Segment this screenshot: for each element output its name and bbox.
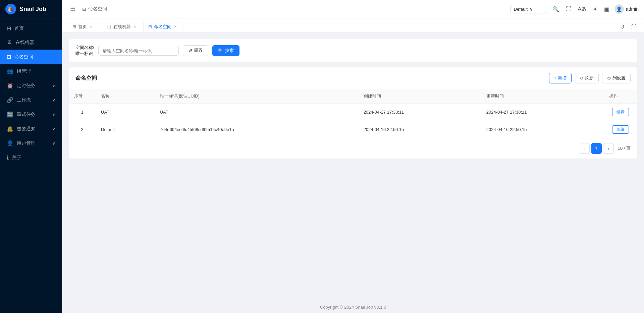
sidebar-item-label: 关于 (12, 155, 55, 161)
tabs-fullscreen-button[interactable]: ⛶ (629, 23, 639, 31)
refresh-label: 刷新 (585, 75, 594, 81)
settings-label: 列设置 (612, 75, 626, 81)
tabs-refresh-button[interactable]: ↺ (618, 23, 627, 31)
sidebar-item-user-management[interactable]: 👤 用户管理 ∨ (0, 136, 62, 150)
sidebar-item-namespace[interactable]: ⊟ 命名空间 (0, 50, 62, 64)
namespace-table: 序号 名称 唯一标识(默认UUID) 创建时间 更新时间 操作 1 UAT UA… (69, 89, 637, 138)
col-header-updated-at: 更新时间 (481, 89, 604, 104)
pagination-next-button[interactable]: › (603, 143, 614, 154)
home-tab-label: 首页 (78, 24, 87, 30)
table-title: 命名空间 (75, 75, 97, 82)
username: admin (626, 6, 639, 12)
edit-button-row2[interactable]: 编辑 (612, 125, 629, 134)
pagination-prev-button[interactable]: ‹ (579, 143, 590, 154)
sidebar-collapse-button[interactable]: ☰ (67, 4, 78, 14)
table-row: 1 UAT UAT 2024-04-27 17:38:11 2024-04-27… (69, 104, 637, 121)
sidebar-item-label: 定时任务 (17, 83, 52, 89)
main-area: ☰ ⊟ 命名空间 Default ∨ 🔍 ⛶ Aあ ☀ ▣ 👤 admin ⊞ … (62, 0, 644, 313)
sidebar-item-scheduled-tasks[interactable]: ⏰ 定时任务 ∨ (0, 78, 62, 93)
col-header-created-at: 创建时间 (358, 89, 481, 104)
translate-icon-button[interactable]: Aあ (577, 5, 587, 13)
sidebar-item-label: 工作流 (17, 97, 52, 103)
sidebar-item-label: 重试任务 (17, 112, 52, 118)
search-button[interactable]: 🔍 搜索 (212, 45, 239, 56)
filter-label: 空间名称/唯一标识 (75, 45, 94, 57)
refresh-button[interactable]: ↺ 刷新 (575, 73, 599, 83)
table-section: 命名空间 + 新增 ↺ 刷新 ⚙ 列设置 (69, 67, 637, 159)
sidebar-item-retry-tasks[interactable]: 🔄 重试任务 ∨ (0, 107, 62, 122)
topbar: ☰ ⊟ 命名空间 Default ∨ 🔍 ⛶ Aあ ☀ ▣ 👤 admin (62, 0, 644, 18)
new-label: + 新增 (554, 75, 567, 81)
breadcrumb: ⊟ 命名空间 (82, 6, 107, 12)
tab-close-namespace[interactable]: ✕ (173, 24, 177, 29)
home-icon: ⊞ (7, 25, 11, 32)
cell-ops: 编辑 (604, 121, 637, 138)
sidebar-item-group[interactable]: 👥 组管理 (0, 64, 62, 78)
theme-icon-button[interactable]: ☀ (591, 5, 599, 14)
breadcrumb-text: 命名空间 (88, 6, 107, 12)
home-tab-icon: ⊞ (72, 24, 76, 29)
namespace-tab-label: 命名空间 (154, 24, 171, 30)
cell-updated-at: 2024-04-16 22:50:15 (481, 121, 604, 138)
column-settings-button[interactable]: ⚙ 列设置 (602, 73, 631, 83)
sidebar-item-about[interactable]: ℹ 关于 (0, 150, 62, 165)
workflow-icon: 🔗 (7, 97, 13, 103)
tabs-right-actions: ↺ ⛶ (618, 23, 639, 32)
table-actions: + 新增 ↺ 刷新 ⚙ 列设置 (549, 73, 631, 83)
edit-button-row1[interactable]: 编辑 (612, 108, 629, 116)
chevron-down-icon: ∨ (52, 141, 55, 146)
chevron-down-icon: ∨ (52, 98, 55, 103)
sidebar-item-label: 在线机器 (15, 40, 55, 46)
fullscreen-icon-button[interactable]: ⛶ (565, 5, 573, 13)
sidebar-item-home[interactable]: ⊞ 首页 (0, 21, 62, 36)
reset-icon: ↺ (189, 48, 192, 53)
footer: Copyright © 2024 Snail Job v3.1.0 (62, 301, 644, 313)
sidebar-item-online-machines[interactable]: 🖥 在线机器 (0, 36, 62, 50)
tab-online-machines[interactable]: 目 在线机器 ✕ (102, 21, 142, 32)
sidebar-item-workflow[interactable]: 🔗 工作流 ∨ (0, 93, 62, 107)
tab-close-home[interactable]: ✕ (89, 24, 93, 29)
cell-seq: 2 (69, 121, 96, 138)
col-header-seq: 序号 (69, 89, 96, 104)
sidebar-logo: 🐌 Snail Job (0, 0, 62, 18)
refresh-icon: ↺ (580, 76, 584, 81)
breadcrumb-icon: ⊟ (82, 6, 86, 12)
cell-uuid: 764d604ec6fc45f68cd92514c40e9e1a (155, 121, 358, 138)
namespace-tab-icon: ⊟ (148, 24, 152, 29)
tab-close-machines[interactable]: ✕ (133, 24, 137, 29)
chevron-down-icon: ∨ (52, 127, 55, 131)
group-icon: 👥 (7, 68, 13, 74)
table-header-row: 序号 名称 唯一标识(默认UUID) 创建时间 更新时间 操作 (69, 89, 637, 104)
namespace-value: Default (514, 7, 528, 12)
table-row: 2 Default 764d604ec6fc45f68cd92514c40e9e… (69, 121, 637, 138)
new-namespace-button[interactable]: + 新增 (549, 73, 572, 83)
cell-created-at: 2024-04-16 22:50:15 (358, 121, 481, 138)
col-header-ops: 操作 (604, 89, 637, 104)
sidebar-item-label: 组管理 (17, 68, 55, 74)
tab-namespace[interactable]: ⊟ 命名空间 ✕ (143, 21, 182, 32)
table-body: 1 UAT UAT 2024-04-27 17:38:11 2024-04-27… (69, 104, 637, 138)
cell-updated-at: 2024-04-27 17:38:11 (481, 104, 604, 121)
machines-tab-icon: 目 (107, 24, 111, 30)
tab-home[interactable]: ⊞ 首页 ✕ (67, 21, 98, 32)
layout-icon-button[interactable]: ▣ (603, 5, 610, 14)
sidebar-item-label: 告警通知 (17, 126, 52, 132)
sidebar-item-label: 用户管理 (17, 140, 52, 146)
scheduled-tasks-icon: ⏰ (7, 82, 13, 89)
page-size-info: 10 / 页 (618, 145, 631, 151)
user-menu[interactable]: 👤 admin (614, 4, 639, 14)
chevron-down-icon: ∨ (52, 83, 55, 88)
app-name: Snail Job (19, 6, 46, 13)
reset-button[interactable]: ↺ 重置 (183, 45, 208, 56)
namespace-search-input[interactable] (98, 46, 179, 56)
namespace-selector[interactable]: Default ∨ (510, 5, 547, 13)
search-icon-button[interactable]: 🔍 (551, 5, 560, 14)
pagination-page-1[interactable]: 1 (591, 143, 602, 154)
filter-section: 空间名称/唯一标识 ↺ 重置 🔍 搜索 (69, 39, 637, 62)
sidebar-item-alerts[interactable]: 🔔 告警通知 ∨ (0, 122, 62, 136)
sidebar: 🐌 Snail Job ⊞ 首页 🖥 在线机器 ⊟ 命名空间 👥 组管理 ⏰ 定… (0, 0, 62, 313)
sidebar-item-label: 首页 (14, 25, 55, 32)
reset-label: 重置 (194, 48, 203, 54)
chevron-down-icon: ∨ (52, 112, 55, 117)
cell-name: UAT (96, 104, 155, 121)
